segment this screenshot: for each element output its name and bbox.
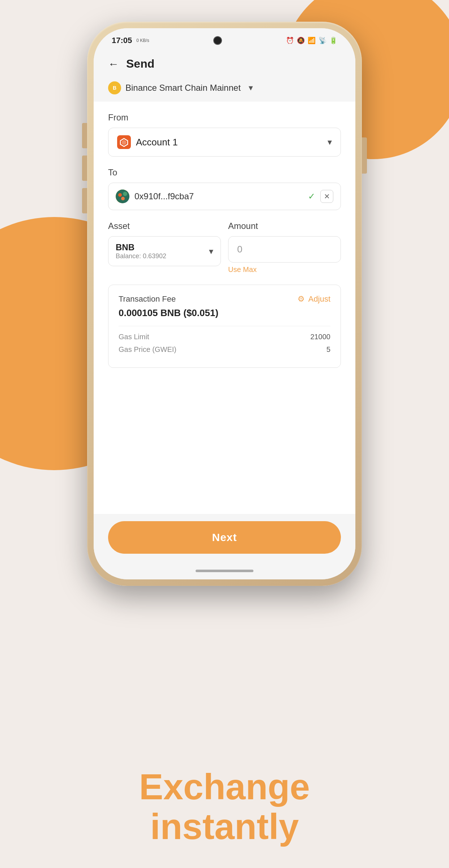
network-icon: B xyxy=(108,81,121,94)
address-avatar-icon xyxy=(116,190,129,203)
to-address-text: 0x910f...f9cba7 xyxy=(134,191,304,201)
tagline: Exchange instantly xyxy=(80,767,369,846)
use-max-button[interactable]: Use Max xyxy=(228,265,341,274)
home-bar xyxy=(196,570,253,572)
fee-title: Transaction Fee xyxy=(119,294,176,304)
to-address-field[interactable]: 0x910f...f9cba7 ✓ ✕ xyxy=(108,183,341,210)
account-name: Account 1 xyxy=(136,137,178,148)
svg-point-8 xyxy=(121,197,125,200)
to-label: To xyxy=(108,167,341,178)
from-label: From xyxy=(108,112,341,123)
wifi-icon: 📶 xyxy=(308,37,316,44)
asset-col: Asset BNB Balance: 0.63902 ▾ xyxy=(108,221,221,266)
status-icons: ⏰ 🔕 📶 📡 🔋 xyxy=(286,37,337,44)
gas-limit-value: 21000 xyxy=(310,333,330,341)
asset-balance: Balance: 0.63902 xyxy=(116,252,166,260)
gas-price-row: Gas Price (GWEI) 5 xyxy=(119,345,330,354)
asset-name: BNB xyxy=(116,242,166,252)
gas-price-label: Gas Price (GWEI) xyxy=(119,345,176,354)
asset-dropdown[interactable]: BNB Balance: 0.63902 ▾ xyxy=(108,236,221,266)
tagline-line1: Exchange xyxy=(80,767,369,807)
adjust-button[interactable]: ⚙ Adjust xyxy=(298,294,330,304)
amount-label: Amount xyxy=(228,221,341,231)
gas-limit-label: Gas Limit xyxy=(119,333,149,341)
asset-chevron-icon: ▾ xyxy=(209,246,213,256)
home-indicator xyxy=(94,565,355,579)
network-name: Binance Smart Chain Mainnet xyxy=(125,83,241,93)
back-button[interactable]: ← xyxy=(108,58,119,70)
clear-address-button[interactable]: ✕ xyxy=(320,190,333,203)
account-icon xyxy=(117,135,131,149)
alarm-icon: ⏰ xyxy=(286,37,294,44)
amount-value: 0 xyxy=(237,244,242,255)
gas-limit-row: Gas Limit 21000 xyxy=(119,333,330,341)
signal-icon: 📡 xyxy=(318,37,326,44)
fee-amount: 0.000105 BNB ($0.051) xyxy=(119,307,330,319)
network-chevron-icon: ▼ xyxy=(247,84,255,92)
svg-point-6 xyxy=(118,193,122,197)
amount-col: Amount 0 Use Max xyxy=(228,221,341,274)
adjust-sliders-icon: ⚙ xyxy=(298,294,305,304)
bottom-bar: Next xyxy=(94,514,355,565)
battery-icon: 🔋 xyxy=(329,37,337,44)
amount-input[interactable]: 0 xyxy=(228,236,341,263)
svg-text:B: B xyxy=(113,85,116,91)
verified-checkmark-icon: ✓ xyxy=(308,191,315,201)
phone-mockup: 17:05 0 KB/s ⏰ 🔕 📶 📡 🔋 ← Send xyxy=(87,22,362,586)
status-time: 17:05 xyxy=(112,36,132,45)
adjust-label: Adjust xyxy=(308,294,330,304)
status-kb: 0 KB/s xyxy=(136,38,149,43)
gas-price-value: 5 xyxy=(326,345,330,354)
app-header: ← Send xyxy=(94,50,355,78)
next-button[interactable]: Next xyxy=(108,521,341,554)
from-account-dropdown[interactable]: Account 1 ▾ xyxy=(108,128,341,157)
svg-point-7 xyxy=(123,192,127,196)
status-bar: 17:05 0 KB/s ⏰ 🔕 📶 📡 🔋 xyxy=(94,28,355,50)
network-selector[interactable]: B Binance Smart Chain Mainnet ▼ xyxy=(94,78,355,102)
form-area: From Account 1 ▾ xyxy=(94,102,355,514)
fee-box: Transaction Fee ⚙ Adjust 0.000105 BNB ($… xyxy=(108,285,341,368)
mute-icon: 🔕 xyxy=(297,37,305,44)
page-title: Send xyxy=(126,57,154,71)
asset-label: Asset xyxy=(108,221,221,231)
from-chevron-icon: ▾ xyxy=(328,137,332,147)
tagline-line2: instantly xyxy=(80,807,369,846)
camera-notch xyxy=(213,36,222,45)
svg-point-5 xyxy=(116,190,129,203)
